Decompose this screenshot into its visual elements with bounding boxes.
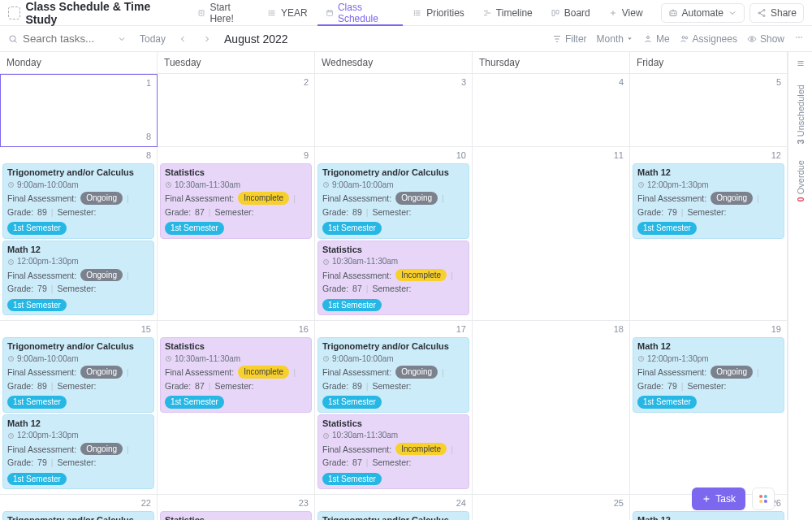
share-button[interactable]: Share — [749, 3, 804, 23]
calendar-event[interactable]: Statistics 10:30am-11:30am Final Assessm… — [160, 511, 312, 520]
day-cell[interactable]: 12 Math 12 12:00pm-1:30pm Final Assessme… — [630, 147, 788, 321]
chevron-down-icon[interactable] — [117, 34, 127, 44]
day-cell[interactable]: 18 — [0, 74, 158, 147]
day-cell[interactable]: 16 Statistics 10:30am-11:30am Final Asse… — [158, 321, 315, 495]
show-menu[interactable]: Show — [747, 33, 784, 45]
tab-board[interactable]: Board — [542, 0, 598, 25]
day-cell[interactable]: 24 Trigonometry and/or Calculus 9:00am-1… — [315, 495, 473, 520]
list-icon — [412, 8, 422, 18]
event-title: Math 12 — [637, 514, 780, 520]
svg-point-39 — [682, 36, 685, 38]
event-time: 10:30am-11:30am — [322, 256, 464, 267]
svg-point-32 — [763, 15, 765, 16]
clock-icon — [7, 258, 15, 266]
calendar-event[interactable]: Statistics 10:30am-11:30am Final Assessm… — [317, 240, 469, 316]
overdue-rail[interactable]: 0 Overdue — [796, 160, 806, 202]
svg-line-34 — [760, 13, 763, 15]
event-time: 9:00am-10:00am — [7, 180, 149, 191]
assessment-badge: Incomplete — [238, 366, 289, 379]
tab-label: Start Here! — [209, 2, 249, 24]
day-cell[interactable]: 9 Statistics 10:30am-11:30am Final Asses… — [158, 147, 315, 321]
grade-label: Grade: — [7, 380, 33, 392]
new-task-button[interactable]: Task — [692, 488, 745, 510]
svg-point-27 — [672, 13, 672, 14]
date-number: 8 — [2, 149, 154, 162]
assignees-filter[interactable]: Assignees — [680, 33, 737, 45]
tab-class-schedule[interactable]: Class Schedule — [317, 0, 403, 25]
calendar-event[interactable]: Math 12 12:00pm-1:30pm Final Assessment:… — [633, 163, 784, 239]
calendar-event[interactable]: Statistics 10:30am-11:30am Final Assessm… — [317, 414, 469, 490]
calendar-event[interactable]: Trigonometry and/or Calculus 9:00am-10:0… — [317, 511, 469, 520]
calendar-event[interactable]: Statistics 10:30am-11:30am Final Assessm… — [160, 163, 312, 239]
date-number: 16 — [160, 323, 312, 336]
calendar-event[interactable]: Math 12 12:00pm-1:30pm Final Assessment:… — [2, 414, 154, 490]
automate-label: Automate — [682, 7, 723, 19]
day-cell[interactable]: 4 — [473, 74, 630, 147]
calendar-event[interactable]: Math 12 12:00pm-1:30pm Final Assessment:… — [2, 240, 154, 316]
month-title: August 2022 — [224, 32, 288, 46]
filter-button[interactable]: Filter — [552, 33, 587, 45]
grade-value: 79 — [37, 457, 47, 468]
grade-label: Grade: — [322, 283, 348, 294]
day-cell[interactable]: 11 — [473, 147, 630, 321]
calendar-event[interactable]: Trigonometry and/or Calculus 9:00am-10:0… — [2, 163, 154, 239]
day-cell[interactable]: 22 Trigonometry and/or Calculus 9:00am-1… — [0, 495, 158, 520]
grade-label: Grade: — [165, 206, 191, 218]
next-month-button[interactable] — [200, 32, 214, 46]
calendar-event[interactable]: Trigonometry and/or Calculus 9:00am-10:0… — [2, 337, 154, 413]
apps-button[interactable] — [752, 488, 775, 510]
day-cell[interactable]: 17 Trigonometry and/or Calculus 9:00am-1… — [315, 321, 473, 495]
grade-label: Grade: — [7, 283, 33, 294]
calendar-event[interactable]: Trigonometry and/or Calculus 9:00am-10:0… — [317, 337, 469, 413]
day-cell[interactable]: 10 Trigonometry and/or Calculus 9:00am-1… — [315, 147, 473, 321]
assessment-label: Final Assessment: — [165, 193, 234, 204]
clock-icon — [637, 355, 645, 362]
svg-rect-9 — [326, 11, 332, 15]
svg-line-33 — [760, 11, 763, 13]
automate-button[interactable]: Automate — [661, 3, 745, 23]
unscheduled-rail[interactable]: 3 Unscheduled — [796, 84, 806, 144]
tab-start-here-[interactable]: Start Here! — [189, 0, 257, 25]
plus-icon — [702, 494, 711, 504]
prev-month-button[interactable] — [175, 32, 190, 46]
range-dropdown[interactable]: Month — [597, 33, 633, 45]
grade-value: 87 — [352, 283, 362, 294]
list-toggle-icon[interactable] — [796, 58, 806, 68]
semester-label: Semester: — [215, 380, 254, 392]
svg-point-41 — [751, 37, 754, 40]
semester-badge: 1st Semester — [165, 396, 224, 409]
day-cell[interactable]: 5 — [630, 74, 788, 147]
day-cell[interactable]: 23 Statistics 10:30am-11:30am Final Asse… — [158, 495, 315, 520]
event-title: Statistics — [322, 418, 464, 430]
calendar-event[interactable]: Math 12 12:00pm-1:30pm Final Assessment:… — [633, 511, 784, 520]
search-input[interactable] — [23, 32, 112, 45]
day-cell[interactable]: 2 — [158, 74, 315, 147]
calendar-event[interactable]: Math 12 12:00pm-1:30pm Final Assessment:… — [633, 337, 784, 413]
tab-year[interactable]: YEAR — [259, 0, 316, 25]
tab-timeline[interactable]: Timeline — [474, 0, 541, 25]
grade-value: 87 — [195, 206, 205, 218]
svg-point-43 — [798, 37, 800, 38]
semester-label: Semester: — [688, 206, 727, 218]
tab-view[interactable]: View — [600, 0, 651, 25]
day-cell[interactable]: 15 Trigonometry and/or Calculus 9:00am-1… — [0, 321, 158, 495]
day-cell[interactable]: 19 Math 12 12:00pm-1:30pm Final Assessme… — [630, 321, 788, 495]
day-cell[interactable]: 3 — [315, 74, 473, 147]
svg-point-30 — [763, 9, 765, 11]
calendar-event[interactable]: Statistics 10:30am-11:30am Final Assessm… — [160, 337, 312, 413]
more-menu[interactable] — [794, 32, 804, 45]
me-filter[interactable]: Me — [643, 33, 670, 45]
event-title: Trigonometry and/or Calculus — [322, 514, 464, 520]
chevron-left-icon — [178, 34, 188, 44]
calendar-event[interactable]: Trigonometry and/or Calculus 9:00am-10:0… — [2, 511, 154, 520]
grade-value: 89 — [352, 206, 362, 218]
assessment-label: Final Assessment: — [165, 366, 234, 378]
event-title: Statistics — [165, 514, 307, 520]
today-button[interactable]: Today — [140, 33, 166, 45]
timeline-icon — [482, 8, 492, 18]
tab-priorities[interactable]: Priorities — [404, 0, 473, 25]
day-cell[interactable]: 18 — [473, 321, 630, 495]
day-cell[interactable]: 8 Trigonometry and/or Calculus 9:00am-10… — [0, 147, 158, 321]
calendar-event[interactable]: Trigonometry and/or Calculus 9:00am-10:0… — [317, 163, 469, 239]
day-cell[interactable]: 25 — [473, 495, 630, 520]
